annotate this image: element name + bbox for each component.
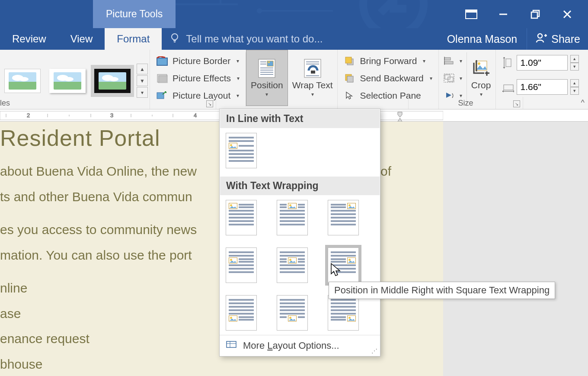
tab-view[interactable]: View — [58, 28, 105, 50]
tooltip: Position in Middle Right with Square Tex… — [329, 282, 555, 299]
width-input[interactable]: 1.66" — [517, 79, 568, 95]
picture-border-button[interactable]: Picture Border▾ — [154, 52, 241, 70]
spin-up-icon[interactable]: ▲ — [570, 55, 579, 63]
group-button[interactable]: ▾ — [441, 70, 464, 87]
group-icon — [443, 72, 455, 84]
position-inline[interactable] — [226, 133, 257, 168]
picture-border-icon — [156, 55, 168, 67]
picture-border-label: Picture Border — [173, 56, 230, 66]
styles-dialog-launcher-icon[interactable]: ↘ — [206, 100, 213, 107]
width-spinner[interactable]: ▲▼ — [570, 79, 579, 95]
svg-point-3 — [257, 8, 262, 13]
bring-forward-button[interactable]: Bring Forward▾ — [342, 52, 434, 70]
tell-me-placeholder: Tell me what you want to do... — [186, 33, 323, 45]
share-button[interactable]: Share — [527, 28, 580, 50]
svg-rect-19 — [159, 76, 168, 83]
ribbon: ▲ ▼ ▾ Picture Border▾ Picture Effects▾ P… — [0, 50, 588, 109]
picture-style-3[interactable] — [91, 65, 134, 97]
spin-down-icon[interactable]: ▼ — [570, 87, 579, 95]
position-middle-center[interactable] — [277, 247, 308, 283]
bring-forward-icon — [344, 55, 356, 67]
picture-effects-button[interactable]: Picture Effects▾ — [154, 70, 241, 87]
svg-point-11 — [172, 34, 178, 40]
svg-point-23 — [268, 61, 270, 63]
share-icon — [535, 31, 548, 47]
position-dropdown: In Line with Text With Text Wrapping — [219, 109, 380, 357]
chevron-down-icon: ▾ — [265, 91, 268, 97]
position-bottom-right[interactable] — [328, 295, 359, 331]
align-icon — [443, 55, 455, 67]
share-label: Share — [551, 33, 580, 45]
close-icon[interactable] — [559, 6, 575, 22]
styles-gallery-more: ▲ ▼ ▾ — [135, 64, 148, 98]
gallery-scroll-up-icon[interactable]: ▲ — [137, 64, 148, 74]
minimize-icon[interactable] — [495, 6, 511, 22]
collapse-ribbon-icon[interactable]: ^ — [581, 98, 585, 107]
contextual-tab-picture-tools: Picture Tools — [93, 0, 176, 28]
svg-rect-8 — [531, 12, 537, 18]
position-middle-left[interactable] — [226, 247, 257, 283]
user-area: Olenna Mason Share — [447, 28, 588, 50]
crop-icon — [471, 58, 491, 78]
spin-up-icon[interactable]: ▲ — [570, 79, 579, 87]
height-input[interactable]: 1.09" — [517, 55, 568, 71]
svg-point-46 — [478, 62, 480, 65]
ribbon-display-options-icon[interactable] — [463, 6, 479, 22]
picture-style-1[interactable] — [1, 65, 44, 97]
gallery-scroll-down-icon[interactable]: ▼ — [137, 75, 148, 86]
svg-rect-44 — [444, 74, 454, 82]
restore-icon[interactable] — [527, 6, 543, 22]
position-icon — [257, 58, 277, 78]
svg-rect-38 — [347, 76, 353, 82]
title-bar: Picture Tools — [0, 0, 588, 28]
wrap-text-label: Wrap Text — [292, 80, 333, 90]
svg-rect-17 — [157, 58, 167, 65]
position-top-left[interactable] — [226, 200, 257, 235]
position-top-center[interactable] — [277, 200, 308, 235]
position-section-wrapping: With Text Wrapping — [220, 176, 380, 196]
svg-marker-60 — [398, 118, 402, 122]
tab-review[interactable]: Review — [0, 28, 58, 50]
more-layout-options[interactable]: More Layout Options... — [220, 335, 380, 356]
more-layout-label: More Layout Options... — [243, 340, 339, 351]
ruler-mark: 2 — [27, 112, 30, 119]
crop-label: Crop — [471, 80, 491, 90]
gallery-expand-icon[interactable]: ▾ — [137, 87, 148, 98]
svg-rect-61 — [227, 341, 236, 347]
align-button[interactable]: ▾ — [441, 52, 464, 70]
width-icon — [502, 81, 514, 93]
position-bottom-left[interactable] — [226, 295, 257, 331]
position-top-right[interactable] — [328, 200, 359, 235]
size-group-label: Size — [458, 99, 473, 108]
tell-me-search[interactable]: Tell me what you want to do... — [169, 32, 323, 45]
spin-down-icon[interactable]: ▼ — [570, 63, 579, 71]
window-controls — [463, 6, 588, 22]
styles-group-label: les — [0, 99, 10, 108]
wrap-text-icon — [303, 58, 323, 78]
picture-effects-icon — [156, 72, 168, 84]
resize-grip-icon: ⋰ — [371, 347, 377, 354]
svg-rect-39 — [444, 58, 451, 60]
tab-format[interactable]: Format — [105, 28, 162, 50]
size-dialog-launcher-icon[interactable]: ↘ — [513, 100, 520, 107]
position-bottom-center[interactable] — [277, 295, 308, 331]
ruler-mark: 4 — [194, 112, 197, 119]
user-name[interactable]: Olenna Mason — [447, 33, 518, 45]
send-backward-label: Send Backward — [360, 73, 424, 84]
picture-effects-label: Picture Effects — [173, 73, 231, 84]
layout-options-icon — [226, 340, 237, 352]
height-spinner[interactable]: ▲▼ — [570, 55, 579, 71]
svg-rect-47 — [506, 59, 511, 67]
send-backward-button[interactable]: Send Backward▾ — [342, 70, 434, 87]
bring-forward-label: Bring Forward — [360, 56, 417, 66]
svg-rect-40 — [444, 61, 453, 64]
mouse-cursor-icon — [330, 263, 343, 279]
picture-style-2[interactable] — [46, 65, 89, 97]
send-backward-icon — [344, 72, 356, 84]
svg-point-14 — [538, 34, 542, 38]
chevron-down-icon: ▾ — [480, 91, 483, 97]
body-text-line: about Buena Vida Online, the new — [0, 161, 197, 182]
chevron-down-icon: ▾ — [311, 91, 314, 97]
svg-marker-59 — [398, 112, 402, 117]
position-label: Position — [251, 80, 283, 90]
